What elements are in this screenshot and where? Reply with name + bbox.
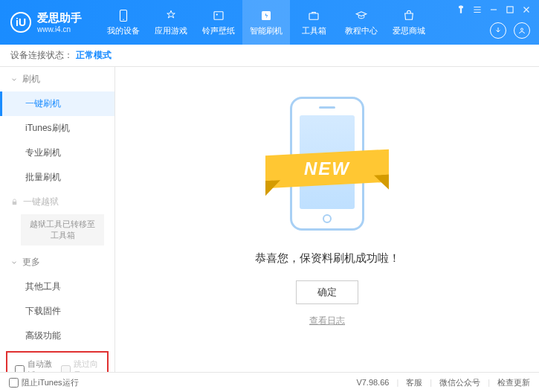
flash-icon: [259, 8, 274, 23]
download-button[interactable]: [490, 22, 506, 39]
chevron-down-icon: [10, 259, 18, 266]
svg-rect-6: [507, 7, 513, 13]
status-mode: 正常模式: [76, 49, 112, 62]
sidebar-item-pro[interactable]: 专业刷机: [0, 141, 114, 165]
sidebar-section-jailbreak: 一键越狱: [0, 190, 114, 214]
svg-point-1: [123, 19, 124, 21]
menu-icon[interactable]: [472, 4, 482, 15]
sidebar-item-advanced[interactable]: 高级功能: [0, 324, 114, 348]
apps-icon: [164, 8, 178, 23]
sidebar-item-download-fw[interactable]: 下载固件: [0, 299, 114, 324]
main-content: NEW 恭喜您，保资料刷机成功啦！ 确定 查看日志: [115, 67, 539, 372]
new-ribbon: NEW: [265, 150, 389, 189]
toolbox-icon: [306, 8, 321, 23]
success-message: 恭喜您，保资料刷机成功啦！: [255, 251, 400, 266]
svg-rect-2: [214, 12, 223, 20]
block-itunes-checkbox[interactable]: 阻止iTunes运行: [9, 377, 79, 388]
svg-rect-8: [13, 202, 17, 205]
ok-button[interactable]: 确定: [296, 280, 358, 304]
sidebar-item-other-tools[interactable]: 其他工具: [0, 274, 114, 299]
image-icon: [211, 8, 226, 23]
nav-flash[interactable]: 智能刷机: [242, 0, 290, 45]
sidebar: 刷机 一键刷机 iTunes刷机 专业刷机 批量刷机 一键越狱 越狱工具已转移至…: [0, 67, 115, 372]
nav-apps[interactable]: 应用游戏: [147, 0, 195, 45]
sidebar-section-more[interactable]: 更多: [0, 250, 114, 274]
app-title: 爱思助手: [37, 11, 82, 25]
shop-icon: [401, 8, 416, 23]
footer: 阻止iTunes运行 V7.98.66 | 客服 | 微信公众号 | 检查更新: [0, 372, 539, 392]
success-illustration: NEW: [279, 89, 375, 238]
nav-shop[interactable]: 爱思商城: [385, 0, 433, 45]
nav-tutorials[interactable]: 教程中心: [338, 0, 385, 45]
header-actions: [490, 22, 530, 39]
logo-block: iU 爱思助手 www.i4.cn: [0, 11, 92, 33]
footer-link-update[interactable]: 检查更新: [497, 377, 530, 388]
status-bar: 设备连接状态： 正常模式: [0, 45, 539, 67]
nav-my-device[interactable]: 我的设备: [100, 0, 147, 45]
lock-icon: [10, 198, 19, 206]
phone-icon: [116, 8, 131, 23]
chevron-down-icon: [10, 76, 18, 83]
maximize-icon[interactable]: [505, 4, 515, 15]
svg-point-7: [521, 28, 523, 30]
auto-activate-checkbox[interactable]: 自动激活: [15, 359, 54, 372]
close-icon[interactable]: [521, 4, 532, 15]
sidebar-item-itunes[interactable]: iTunes刷机: [0, 116, 114, 141]
options-highlight: 自动激活 跳过向导: [6, 351, 109, 372]
graduation-icon: [354, 8, 369, 23]
jailbreak-note: 越狱工具已转移至工具箱: [21, 214, 104, 245]
svg-point-3: [216, 13, 218, 15]
sidebar-item-oneclick[interactable]: 一键刷机: [0, 91, 114, 116]
sidebar-item-batch[interactable]: 批量刷机: [0, 165, 114, 190]
footer-link-support[interactable]: 客服: [406, 377, 422, 388]
window-controls: [456, 4, 532, 15]
app-subtitle: www.i4.cn: [37, 25, 82, 33]
user-button[interactable]: [514, 22, 530, 39]
minimize-icon[interactable]: [488, 4, 499, 15]
app-header: iU 爱思助手 www.i4.cn 我的设备 应用游戏 铃声壁纸 智能刷机 工具…: [0, 0, 539, 45]
svg-rect-5: [309, 13, 318, 19]
skin-icon[interactable]: [456, 4, 466, 15]
top-nav: 我的设备 应用游戏 铃声壁纸 智能刷机 工具箱 教程中心 爱思商城: [100, 0, 433, 45]
footer-link-wechat[interactable]: 微信公众号: [439, 377, 480, 388]
version-label: V7.98.66: [356, 378, 389, 387]
nav-toolbox[interactable]: 工具箱: [290, 0, 338, 45]
logo-icon: iU: [10, 12, 31, 33]
sidebar-section-flash[interactable]: 刷机: [0, 67, 114, 91]
status-label: 设备连接状态：: [10, 49, 73, 62]
nav-ringtones[interactable]: 铃声壁纸: [195, 0, 242, 45]
skip-guide-checkbox[interactable]: 跳过向导: [61, 359, 100, 372]
view-log-link[interactable]: 查看日志: [309, 315, 345, 327]
